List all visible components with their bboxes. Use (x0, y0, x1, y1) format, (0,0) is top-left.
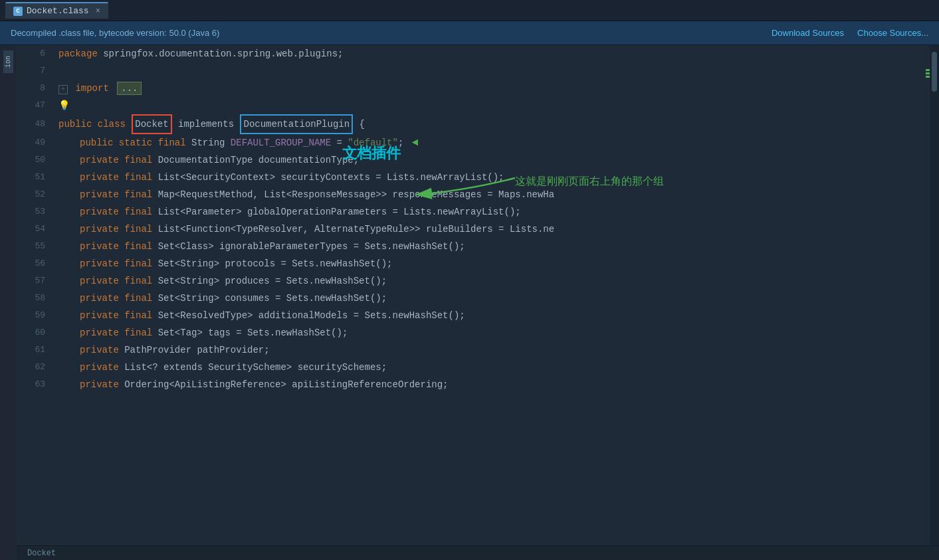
scroll-thumb[interactable] (932, 52, 937, 92)
code-line: 48 public class Docket implements Docume… (17, 114, 939, 134)
code-line: 7 (17, 62, 939, 80)
line-content: + import ... (53, 80, 939, 97)
code-line: 47 💡 (17, 97, 939, 114)
code-line: 8 + import ... (17, 80, 939, 97)
left-sidebar: ion (0, 45, 17, 560)
code-line: 54 private final List<Function<TypeResol… (17, 221, 939, 238)
line-number: 63 (17, 376, 53, 393)
line-content: public static final String DEFAULT_GROUP… (53, 134, 939, 151)
line-number: 53 (17, 203, 53, 221)
line-content: private final List<Function<TypeResolver… (53, 221, 939, 238)
line-number: 57 (17, 272, 53, 290)
code-line: 6 package springfox.documentation.spring… (17, 45, 939, 62)
line-number: 7 (17, 62, 53, 80)
download-sources-link[interactable]: Download Sources (772, 28, 844, 38)
documentation-plugin-highlight: DocumentationPlugin (240, 114, 353, 134)
line-number: 47 (17, 97, 53, 114)
line-number: 50 (17, 151, 53, 169)
code-line: 61 private PathProvider pathProvider; (17, 341, 939, 359)
line-number: 62 (17, 359, 53, 376)
code-line: 52 private final Map<RequestMethod, List… (17, 186, 939, 203)
line-content: private final DocumentationType document… (53, 151, 939, 169)
fold-button[interactable]: + (58, 85, 68, 94)
info-bar: Decompiled .class file, bytecode version… (0, 21, 939, 45)
code-line: 63 private Ordering<ApiListingReference>… (17, 376, 939, 393)
breadcrumb: Docket (27, 549, 56, 558)
line-content (53, 62, 939, 80)
code-line: 57 private final Set<String> produces = … (17, 272, 939, 290)
editor-container: ion 6 package springfox.documentation.sp… (0, 45, 939, 560)
info-actions: Download Sources Choose Sources... (772, 28, 928, 38)
line-number: 56 (17, 255, 53, 272)
code-line: 59 private final Set<ResolvedType> addit… (17, 307, 939, 324)
vertical-scrollbar[interactable] (930, 45, 939, 545)
line-content: public class Docket implements Documenta… (53, 114, 939, 134)
bytecode-info: Decompiled .class file, bytecode version… (11, 28, 219, 38)
class-file-icon: C (13, 7, 23, 16)
sidebar-panel-label[interactable]: ion (3, 50, 13, 73)
line-content: private final Set<ResolvedType> addition… (53, 307, 939, 324)
line-content: private final Set<String> produces = Set… (53, 272, 939, 290)
line-number: 55 (17, 238, 53, 255)
line-number: 52 (17, 186, 53, 203)
lightbulb-icon: 💡 (58, 100, 70, 111)
line-number: 48 (17, 116, 53, 133)
code-line: 56 private final Set<String> protocols =… (17, 255, 939, 272)
line-content: private final Map<RequestMethod, List<Re… (53, 186, 939, 203)
file-tab[interactable]: C Docket.class × (5, 2, 108, 19)
line-number: 59 (17, 307, 53, 324)
line-content: package springfox.documentation.spring.w… (53, 45, 939, 62)
tab-title: Docket.class (27, 6, 89, 16)
line-content: private PathProvider pathProvider; (53, 341, 939, 359)
line-number: 60 (17, 324, 53, 341)
line-number: 6 (17, 45, 53, 62)
line-number: 51 (17, 169, 53, 186)
line-number: 58 (17, 290, 53, 307)
line-content: private final Set<String> consumes = Set… (53, 290, 939, 307)
line-content: private Ordering<ApiListingReference> ap… (53, 376, 939, 393)
code-line: 49 public static final String DEFAULT_GR… (17, 134, 939, 151)
code-line: 50 private final DocumentationType docum… (17, 151, 939, 169)
line-number: 49 (17, 134, 53, 151)
line-content: private List<? extends SecurityScheme> s… (53, 359, 939, 376)
line-number: 61 (17, 341, 53, 359)
breadcrumb-bar: Docket (17, 545, 939, 560)
line-number: 8 (17, 80, 53, 97)
tab-close-button[interactable]: × (96, 7, 100, 16)
title-bar: C Docket.class × (0, 0, 939, 21)
code-line: 62 private List<? extends SecurityScheme… (17, 359, 939, 376)
line-number: 54 (17, 221, 53, 238)
line-content: private final Set<Tag> tags = Sets.newHa… (53, 324, 939, 341)
docket-highlight: Docket (132, 114, 171, 134)
code-content: 6 package springfox.documentation.spring… (17, 45, 939, 393)
code-line: 58 private final Set<String> consumes = … (17, 290, 939, 307)
line-content: private final List<Parameter> globalOper… (53, 203, 939, 221)
code-line: 51 private final List<SecurityContext> s… (17, 169, 939, 186)
code-area[interactable]: 6 package springfox.documentation.spring… (17, 45, 939, 560)
choose-sources-link[interactable]: Choose Sources... (857, 28, 928, 38)
line-content: private final Set<String> protocols = Se… (53, 255, 939, 272)
line-content: private final Set<Class> ignorableParame… (53, 238, 939, 255)
code-line: 60 private final Set<Tag> tags = Sets.ne… (17, 324, 939, 341)
line-content: 💡 (53, 97, 939, 114)
line-content: private final List<SecurityContext> secu… (53, 169, 939, 186)
code-line: 55 private final Set<Class> ignorablePar… (17, 238, 939, 255)
code-line: 53 private final List<Parameter> globalO… (17, 203, 939, 221)
